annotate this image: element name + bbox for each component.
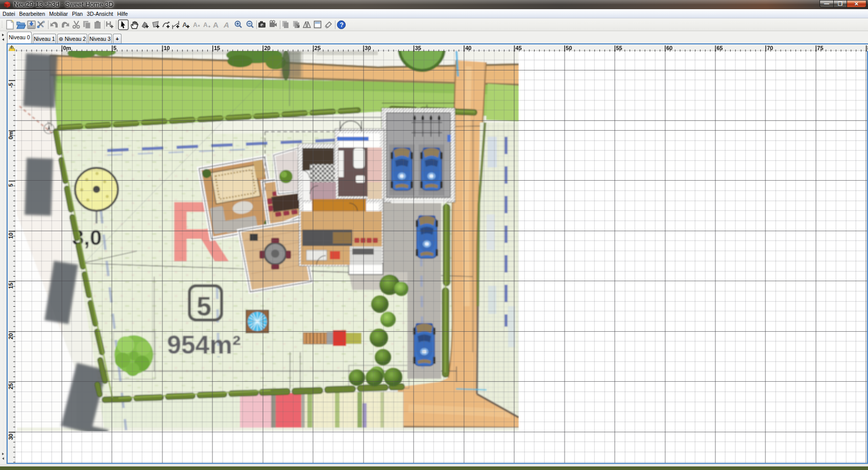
svg-text:30: 30 — [8, 434, 14, 440]
svg-text:5: 5 — [113, 45, 116, 51]
svg-text:A: A — [203, 21, 208, 29]
svg-text:25: 25 — [8, 383, 14, 389]
svg-text:A: A — [223, 20, 229, 29]
svg-text:20: 20 — [264, 45, 270, 51]
svg-text:20: 20 — [8, 333, 14, 339]
svg-text:75: 75 — [817, 45, 823, 51]
svg-text:15: 15 — [8, 283, 14, 289]
svg-text:40: 40 — [465, 45, 471, 51]
svg-text:0m: 0m — [8, 131, 14, 139]
svg-text:35: 35 — [415, 45, 421, 51]
svg-text:50: 50 — [566, 45, 572, 51]
svg-text:-5: -5 — [8, 83, 14, 88]
svg-text:10: 10 — [8, 233, 14, 239]
svg-text:70: 70 — [767, 45, 773, 51]
svg-text:15: 15 — [214, 45, 220, 51]
svg-text:0m: 0m — [63, 45, 71, 51]
svg-text:25: 25 — [315, 45, 321, 51]
svg-text:65: 65 — [716, 45, 722, 51]
svg-text:A: A — [213, 20, 219, 29]
svg-text:A: A — [182, 21, 187, 29]
svg-text:60: 60 — [666, 45, 672, 51]
svg-text:10: 10 — [164, 45, 170, 51]
svg-text:?: ? — [340, 21, 343, 29]
svg-text:5: 5 — [8, 184, 14, 187]
svg-text:A: A — [193, 21, 198, 29]
svg-text:55: 55 — [616, 45, 622, 51]
svg-text:45: 45 — [516, 45, 522, 51]
svg-text:30: 30 — [365, 45, 371, 51]
